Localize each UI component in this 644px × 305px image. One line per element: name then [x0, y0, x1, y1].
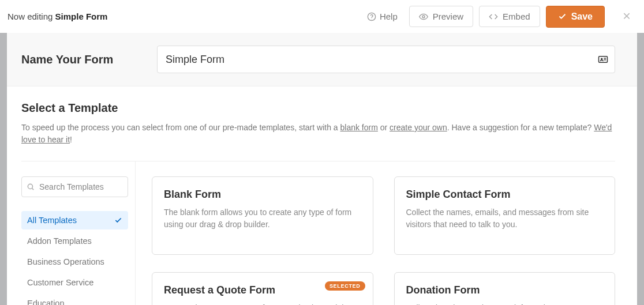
embed-button[interactable]: Embed	[479, 6, 540, 27]
create-your-own-link[interactable]: create your own	[390, 123, 447, 132]
template-section-title: Select a Template	[21, 101, 615, 115]
name-form-row: Name Your Form	[7, 33, 637, 86]
svg-point-7	[28, 184, 32, 189]
card-desc: Collect the names, emails, and messages …	[406, 206, 604, 231]
now-editing-prefix: Now editing	[8, 12, 53, 21]
code-icon	[489, 12, 498, 21]
template-card-blank-form[interactable]: Blank Form The blank form allows you to …	[152, 176, 373, 255]
category-sidebar: All Templates Addon Templates Business O…	[21, 161, 136, 305]
category-all-templates[interactable]: All Templates	[21, 211, 128, 229]
save-button[interactable]: Save	[546, 6, 605, 28]
check-icon	[114, 216, 122, 224]
svg-point-1	[371, 18, 372, 19]
name-input-wrap	[157, 46, 615, 73]
category-label: Education	[27, 299, 65, 305]
template-card-request-quote[interactable]: SELECTED Request a Quote Form Let people…	[152, 272, 373, 305]
selected-badge: SELECTED	[325, 281, 365, 291]
card-title: Donation Form	[406, 284, 604, 296]
svg-line-8	[32, 189, 34, 190]
category-customer-service[interactable]: Customer Service	[21, 273, 128, 292]
help-icon	[367, 12, 376, 21]
card-desc: Collect donations and contact informatio…	[406, 302, 604, 305]
eye-icon	[419, 12, 428, 21]
card-desc: The blank form allows you to create any …	[164, 206, 361, 231]
category-business-operations[interactable]: Business Operations	[21, 253, 128, 271]
template-section-subtitle: To speed up the process you can select f…	[21, 122, 615, 161]
form-name-input[interactable]	[157, 46, 615, 73]
card-desc: Let people request a quote from your bus…	[164, 302, 361, 305]
embed-label: Embed	[503, 12, 530, 21]
category-label: Business Operations	[27, 257, 104, 266]
card-title: Blank Form	[164, 189, 361, 201]
category-label: Addon Templates	[27, 236, 92, 246]
preview-label: Preview	[433, 12, 463, 21]
top-bar: Now editing Simple Form Help Preview Emb…	[0, 0, 644, 33]
check-icon	[558, 12, 567, 21]
now-editing-name: Simple Form	[55, 12, 108, 21]
close-icon[interactable]	[621, 11, 632, 22]
template-cards: Blank Form The blank form allows you to …	[136, 161, 615, 305]
template-section: Select a Template To speed up the proces…	[7, 86, 637, 305]
category-addon-templates[interactable]: Addon Templates	[21, 232, 128, 250]
blank-form-link[interactable]: blank form	[340, 123, 378, 132]
template-card-donation[interactable]: Donation Form Collect donations and cont…	[394, 272, 616, 305]
help-label: Help	[380, 12, 398, 21]
template-card-simple-contact[interactable]: Simple Contact Form Collect the names, e…	[394, 176, 616, 255]
main-panel: Name Your Form Select a Template To spee…	[7, 33, 637, 305]
preview-button[interactable]: Preview	[409, 6, 473, 27]
now-editing: Now editing Simple Form	[8, 12, 107, 21]
category-education[interactable]: Education	[21, 294, 128, 305]
name-form-label: Name Your Form	[21, 53, 140, 66]
contact-card-icon	[598, 54, 608, 65]
save-label: Save	[571, 12, 593, 22]
category-label: Customer Service	[27, 278, 93, 287]
card-title: Simple Contact Form	[406, 189, 604, 201]
category-label: All Templates	[27, 216, 77, 225]
svg-point-2	[422, 16, 425, 18]
search-icon	[27, 183, 35, 191]
search-input[interactable]	[21, 176, 128, 197]
help-link[interactable]: Help	[361, 7, 403, 26]
svg-point-0	[368, 13, 375, 20]
